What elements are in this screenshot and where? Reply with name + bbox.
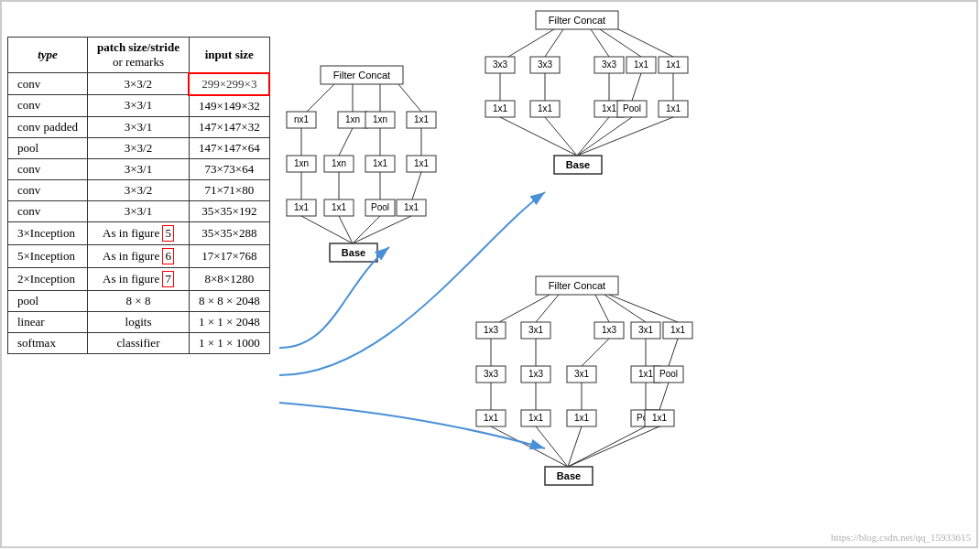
svg-text:1xn: 1xn <box>332 158 346 168</box>
table-row: conv3×3/173×73×64 <box>8 158 270 179</box>
svg-text:1x1: 1x1 <box>414 158 430 168</box>
table-row: 3×InceptionAs in figure 535×35×288 <box>8 221 270 244</box>
table-row: linearlogits1 × 1 × 2048 <box>8 311 270 332</box>
svg-line-2 <box>307 84 334 112</box>
col-header-type: type <box>8 38 88 73</box>
cell-type: conv <box>8 179 88 200</box>
svg-text:3x1: 3x1 <box>528 325 544 335</box>
svg-text:1x1: 1x1 <box>484 413 499 423</box>
cell-input: 147×147×64 <box>189 137 269 158</box>
cell-type: conv <box>8 158 88 179</box>
svg-text:Base: Base <box>566 159 590 170</box>
svg-line-41 <box>353 216 411 243</box>
cell-type: conv <box>8 200 88 221</box>
cell-patch: 8 × 8 <box>88 290 190 311</box>
svg-text:1xn: 1xn <box>345 114 360 124</box>
cell-type: 5×Inception <box>8 244 88 267</box>
svg-text:3x3: 3x3 <box>602 59 617 70</box>
cell-patch: 3×3/2 <box>88 179 190 200</box>
table-row: conv3×3/135×35×192 <box>8 200 270 221</box>
svg-text:3x1: 3x1 <box>638 325 654 335</box>
cell-patch: 3×3/2 <box>88 73 190 95</box>
svg-line-88 <box>604 295 646 322</box>
table-row: conv3×3/271×71×80 <box>8 179 270 200</box>
svg-text:1x1: 1x1 <box>634 59 649 70</box>
cell-type: pool <box>8 290 88 311</box>
svg-text:1x1: 1x1 <box>294 202 310 212</box>
svg-line-5 <box>398 84 421 112</box>
cell-input: 147×147×32 <box>189 116 269 137</box>
svg-line-40 <box>353 216 380 243</box>
cell-type: conv <box>8 95 88 117</box>
svg-text:Base: Base <box>342 247 365 258</box>
svg-text:1x1: 1x1 <box>493 103 508 113</box>
diagram-figure6: Filter Concat 3x3 3x3 3x3 1x1 1x1 <box>458 9 714 275</box>
col-header-patch: patch size/stride or remarks <box>88 38 190 73</box>
svg-text:1x1: 1x1 <box>373 158 388 168</box>
diagrams-section: Filter Concat nx1 1xn 1xn 1x1 1xn 1xn <box>279 9 973 541</box>
svg-text:1x3: 1x3 <box>528 369 544 379</box>
svg-text:1x1: 1x1 <box>414 114 430 124</box>
cell-patch: 3×3/1 <box>88 200 190 221</box>
table-row: conv3×3/1149×149×32 <box>8 95 270 117</box>
svg-line-64 <box>632 73 641 101</box>
svg-text:1x1: 1x1 <box>528 413 544 423</box>
svg-text:Pool: Pool <box>659 369 678 379</box>
cell-input: 17×17×768 <box>189 244 269 267</box>
svg-text:1x1: 1x1 <box>670 325 686 335</box>
cell-patch: As in figure 7 <box>88 267 190 290</box>
svg-text:1x3: 1x3 <box>602 325 617 335</box>
cell-input: 71×71×80 <box>189 179 269 200</box>
svg-line-102 <box>582 339 609 366</box>
table-row: conv3×3/2299×299×3 <box>8 73 270 95</box>
watermark: https://blog.csdn.net/qq_15933615 <box>831 532 971 543</box>
svg-text:1x1: 1x1 <box>666 103 681 113</box>
svg-line-89 <box>609 295 678 322</box>
cell-input: 35×35×288 <box>189 221 269 244</box>
table-row: 2×InceptionAs in figure 78×8×1280 <box>8 267 270 290</box>
cell-input: 8×8×1280 <box>189 267 269 290</box>
cell-input: 1 × 1 × 1000 <box>189 332 269 353</box>
svg-text:1x1: 1x1 <box>538 103 553 113</box>
cell-patch: classifier <box>88 332 190 353</box>
svg-text:3x3: 3x3 <box>484 369 499 379</box>
cell-type: linear <box>8 311 88 332</box>
svg-text:1xn: 1xn <box>294 158 309 168</box>
svg-line-50 <box>618 29 673 57</box>
svg-text:1x3: 1x3 <box>484 325 499 335</box>
table-row: pool3×3/2147×147×64 <box>8 137 270 158</box>
svg-line-80 <box>577 117 673 156</box>
cell-type: pool <box>8 137 88 158</box>
cell-input: 8 × 8 × 2048 <box>189 290 269 311</box>
svg-line-85 <box>499 295 550 322</box>
svg-text:Filter Concat: Filter Concat <box>549 15 605 26</box>
svg-text:Pool: Pool <box>623 103 641 113</box>
svg-line-134 <box>568 426 659 467</box>
svg-text:Filter Concat: Filter Concat <box>333 70 390 81</box>
cell-patch: 3×3/2 <box>88 137 190 158</box>
svg-text:1x1: 1x1 <box>602 103 617 113</box>
svg-line-77 <box>545 117 577 156</box>
svg-line-76 <box>500 117 577 156</box>
cell-patch: logits <box>88 311 190 332</box>
svg-line-130 <box>491 426 568 467</box>
diagram-figure7: Filter Concat 1x3 3x1 1x3 3x1 1x1 <box>449 275 714 540</box>
table-row: softmaxclassifier1 × 1 × 1000 <box>8 332 270 353</box>
cell-input: 35×35×192 <box>189 200 269 221</box>
main-container: type patch size/stride or remarks input … <box>0 0 980 550</box>
cell-input: 73×73×64 <box>189 158 269 179</box>
svg-text:1xn: 1xn <box>373 114 387 124</box>
svg-text:1x1: 1x1 <box>332 202 347 212</box>
svg-text:1x1: 1x1 <box>666 59 681 70</box>
architecture-table: type patch size/stride or remarks input … <box>7 37 270 354</box>
svg-text:Filter Concat: Filter Concat <box>549 280 605 291</box>
cell-input: 149×149×32 <box>189 95 269 117</box>
cell-type: conv <box>8 73 88 95</box>
svg-line-38 <box>301 216 353 243</box>
cell-patch: 3×3/1 <box>88 116 190 137</box>
table-row: conv padded3×3/1147×147×32 <box>8 116 270 137</box>
svg-line-87 <box>595 295 609 322</box>
diagram-figure5: Filter Concat nx1 1xn 1xn 1x1 1xn 1xn <box>279 64 463 348</box>
cell-patch: As in figure 6 <box>88 244 190 267</box>
col-header-input: input size <box>189 38 269 73</box>
